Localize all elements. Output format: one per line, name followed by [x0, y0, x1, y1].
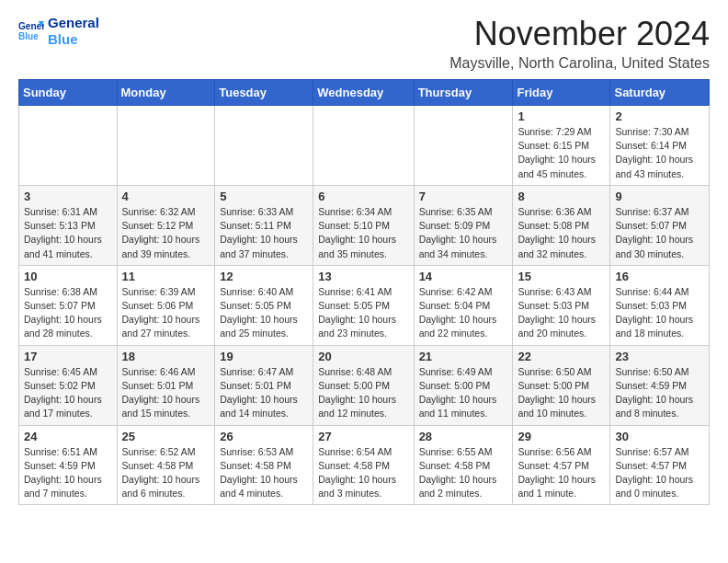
weekday-header: Thursday: [414, 80, 513, 106]
day-number: 9: [615, 190, 704, 203]
day-detail: Sunrise: 6:50 AM Sunset: 5:00 PM Dayligh…: [518, 366, 596, 419]
day-number: 23: [615, 350, 704, 363]
calendar-cell: 28Sunrise: 6:55 AM Sunset: 4:58 PM Dayli…: [414, 425, 513, 505]
calendar-cell: 19Sunrise: 6:47 AM Sunset: 5:01 PM Dayli…: [215, 345, 313, 425]
calendar-cell: 1Sunrise: 7:29 AM Sunset: 6:15 PM Daylig…: [513, 106, 610, 186]
month-title: November 2024: [449, 15, 710, 53]
day-number: 20: [318, 350, 408, 363]
day-number: 18: [122, 350, 210, 363]
day-number: 5: [220, 190, 308, 203]
calendar-cell: 27Sunrise: 6:54 AM Sunset: 4:58 PM Dayli…: [313, 425, 414, 505]
day-detail: Sunrise: 6:40 AM Sunset: 5:05 PM Dayligh…: [220, 286, 298, 339]
calendar-body: 1Sunrise: 7:29 AM Sunset: 6:15 PM Daylig…: [19, 106, 710, 505]
calendar-cell: 8Sunrise: 6:36 AM Sunset: 5:08 PM Daylig…: [513, 185, 610, 265]
day-number: 28: [419, 430, 508, 443]
day-number: 30: [615, 430, 704, 443]
calendar-cell: [414, 106, 513, 186]
logo-blue: Blue: [48, 31, 99, 48]
day-detail: Sunrise: 6:43 AM Sunset: 5:03 PM Dayligh…: [518, 286, 596, 339]
calendar-cell: 16Sunrise: 6:44 AM Sunset: 5:03 PM Dayli…: [610, 265, 710, 345]
day-detail: Sunrise: 6:31 AM Sunset: 5:13 PM Dayligh…: [24, 206, 102, 259]
day-detail: Sunrise: 6:51 AM Sunset: 4:59 PM Dayligh…: [24, 446, 102, 500]
calendar-cell: 12Sunrise: 6:40 AM Sunset: 5:05 PM Dayli…: [215, 265, 313, 345]
calendar-cell: 3Sunrise: 6:31 AM Sunset: 5:13 PM Daylig…: [19, 185, 118, 265]
calendar-cell: 10Sunrise: 6:38 AM Sunset: 5:07 PM Dayli…: [19, 265, 118, 345]
weekday-header: Monday: [117, 80, 215, 106]
day-number: 26: [220, 430, 308, 443]
day-number: 22: [518, 350, 605, 363]
day-number: 29: [518, 430, 605, 443]
calendar-cell: 2Sunrise: 7:30 AM Sunset: 6:14 PM Daylig…: [610, 106, 710, 186]
calendar-cell: 11Sunrise: 6:39 AM Sunset: 5:06 PM Dayli…: [117, 265, 215, 345]
calendar-cell: 17Sunrise: 6:45 AM Sunset: 5:02 PM Dayli…: [19, 345, 118, 425]
calendar-cell: [19, 106, 118, 186]
day-number: 15: [518, 270, 605, 283]
calendar-cell: 23Sunrise: 6:50 AM Sunset: 4:59 PM Dayli…: [610, 345, 710, 425]
day-detail: Sunrise: 6:44 AM Sunset: 5:03 PM Dayligh…: [615, 286, 693, 339]
calendar-cell: [117, 106, 215, 186]
day-number: 12: [220, 270, 308, 283]
calendar-cell: 13Sunrise: 6:41 AM Sunset: 5:05 PM Dayli…: [313, 265, 414, 345]
day-detail: Sunrise: 6:48 AM Sunset: 5:00 PM Dayligh…: [318, 366, 396, 419]
day-number: 7: [419, 190, 508, 203]
day-detail: Sunrise: 6:38 AM Sunset: 5:07 PM Dayligh…: [24, 286, 102, 339]
day-detail: Sunrise: 6:55 AM Sunset: 4:58 PM Dayligh…: [419, 446, 497, 500]
calendar-cell: 15Sunrise: 6:43 AM Sunset: 5:03 PM Dayli…: [513, 265, 610, 345]
weekday-header: Saturday: [610, 80, 710, 106]
day-number: 13: [318, 270, 408, 283]
calendar-cell: 20Sunrise: 6:48 AM Sunset: 5:00 PM Dayli…: [313, 345, 414, 425]
day-detail: Sunrise: 6:32 AM Sunset: 5:12 PM Dayligh…: [122, 206, 200, 259]
calendar-cell: 6Sunrise: 6:34 AM Sunset: 5:10 PM Daylig…: [313, 185, 414, 265]
day-detail: Sunrise: 6:52 AM Sunset: 4:58 PM Dayligh…: [122, 446, 200, 500]
svg-text:Blue: Blue: [18, 31, 39, 41]
day-number: 2: [615, 109, 704, 123]
day-number: 14: [419, 270, 508, 283]
day-number: 24: [24, 430, 112, 443]
weekday-header: Sunday: [19, 80, 118, 106]
day-detail: Sunrise: 6:57 AM Sunset: 4:57 PM Dayligh…: [615, 446, 693, 500]
calendar-cell: 24Sunrise: 6:51 AM Sunset: 4:59 PM Dayli…: [19, 425, 118, 505]
day-detail: Sunrise: 6:41 AM Sunset: 5:05 PM Dayligh…: [318, 286, 396, 339]
logo: General Blue General Blue: [18, 15, 99, 48]
day-number: 25: [122, 430, 210, 443]
day-number: 16: [615, 270, 704, 283]
day-detail: Sunrise: 7:29 AM Sunset: 6:15 PM Dayligh…: [518, 126, 596, 179]
day-number: 3: [24, 190, 112, 203]
day-detail: Sunrise: 6:47 AM Sunset: 5:01 PM Dayligh…: [220, 366, 298, 419]
calendar-week: 17Sunrise: 6:45 AM Sunset: 5:02 PM Dayli…: [19, 345, 710, 425]
calendar-cell: [215, 106, 313, 186]
day-number: 4: [122, 190, 210, 203]
day-detail: Sunrise: 6:49 AM Sunset: 5:00 PM Dayligh…: [419, 366, 497, 419]
logo-general: General: [48, 15, 99, 31]
day-detail: Sunrise: 6:45 AM Sunset: 5:02 PM Dayligh…: [24, 366, 102, 419]
calendar-header: SundayMondayTuesdayWednesdayThursdayFrid…: [19, 80, 710, 106]
day-detail: Sunrise: 6:34 AM Sunset: 5:10 PM Dayligh…: [318, 206, 396, 259]
page-container: General Blue General Blue November 2024 …: [0, 0, 728, 523]
day-number: 11: [122, 270, 210, 283]
day-detail: Sunrise: 6:33 AM Sunset: 5:11 PM Dayligh…: [220, 206, 298, 259]
day-detail: Sunrise: 6:56 AM Sunset: 4:57 PM Dayligh…: [518, 446, 596, 500]
day-number: 1: [518, 109, 605, 123]
calendar-cell: 7Sunrise: 6:35 AM Sunset: 5:09 PM Daylig…: [414, 185, 513, 265]
day-number: 21: [419, 350, 508, 363]
calendar-week: 24Sunrise: 6:51 AM Sunset: 4:59 PM Dayli…: [19, 425, 710, 505]
day-number: 6: [318, 190, 408, 203]
day-detail: Sunrise: 6:39 AM Sunset: 5:06 PM Dayligh…: [122, 286, 200, 339]
day-number: 27: [318, 430, 408, 443]
day-detail: Sunrise: 6:46 AM Sunset: 5:01 PM Dayligh…: [122, 366, 200, 419]
day-number: 10: [24, 270, 112, 283]
calendar-cell: 25Sunrise: 6:52 AM Sunset: 4:58 PM Dayli…: [117, 425, 215, 505]
logo-icon: General Blue: [18, 18, 44, 44]
calendar-cell: 26Sunrise: 6:53 AM Sunset: 4:58 PM Dayli…: [215, 425, 313, 505]
calendar-cell: 29Sunrise: 6:56 AM Sunset: 4:57 PM Dayli…: [513, 425, 610, 505]
day-detail: Sunrise: 6:42 AM Sunset: 5:04 PM Dayligh…: [419, 286, 497, 339]
day-detail: Sunrise: 6:36 AM Sunset: 5:08 PM Dayligh…: [518, 206, 596, 259]
calendar-cell: 5Sunrise: 6:33 AM Sunset: 5:11 PM Daylig…: [215, 185, 313, 265]
calendar-week: 10Sunrise: 6:38 AM Sunset: 5:07 PM Dayli…: [19, 265, 710, 345]
calendar-cell: 4Sunrise: 6:32 AM Sunset: 5:12 PM Daylig…: [117, 185, 215, 265]
calendar-cell: 9Sunrise: 6:37 AM Sunset: 5:07 PM Daylig…: [610, 185, 710, 265]
day-detail: Sunrise: 6:37 AM Sunset: 5:07 PM Dayligh…: [615, 206, 693, 259]
calendar-cell: 18Sunrise: 6:46 AM Sunset: 5:01 PM Dayli…: [117, 345, 215, 425]
calendar-week: 3Sunrise: 6:31 AM Sunset: 5:13 PM Daylig…: [19, 185, 710, 265]
header: General Blue General Blue November 2024 …: [18, 15, 710, 72]
